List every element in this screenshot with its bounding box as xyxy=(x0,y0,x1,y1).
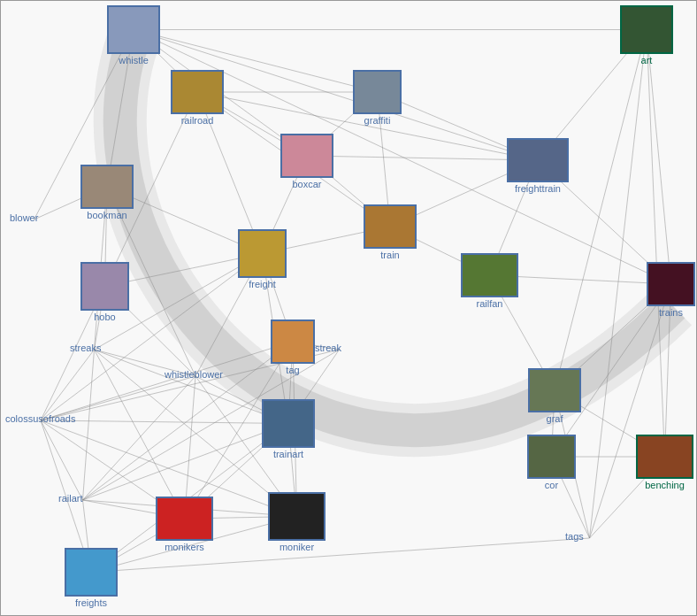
node-image-cor xyxy=(527,435,576,479)
node-label-tag: tag xyxy=(286,365,299,375)
node-label-blower: blower xyxy=(10,212,38,223)
svg-line-61 xyxy=(83,350,95,500)
svg-line-9 xyxy=(647,30,671,285)
node-label-railart: railart xyxy=(58,493,83,504)
node-label-monikers: monikers xyxy=(165,542,204,552)
node-graffiti[interactable]: graffiti xyxy=(353,70,402,126)
node-image-railfan xyxy=(461,253,518,297)
node-label-graffiti: graffiti xyxy=(364,115,391,126)
node-train[interactable]: train xyxy=(364,204,417,260)
node-freights[interactable]: freights xyxy=(65,548,118,608)
node-monikers[interactable]: monikers xyxy=(156,497,213,552)
node-image-graf xyxy=(528,368,581,412)
node-tag[interactable]: tag xyxy=(271,320,315,375)
node-label-art: art xyxy=(641,55,653,65)
node-streaks[interactable]: streaks xyxy=(70,342,101,353)
node-benching[interactable]: benching xyxy=(636,435,693,490)
node-label-trainart: trainart xyxy=(273,449,303,459)
node-label-boxcar: boxcar xyxy=(292,179,321,189)
node-image-trainart xyxy=(262,399,315,448)
svg-line-20 xyxy=(307,156,538,160)
node-image-hobo xyxy=(80,262,129,311)
node-label-whistle: whistle xyxy=(119,55,149,65)
node-whistleblower[interactable]: whistleblower xyxy=(165,368,223,380)
svg-line-80 xyxy=(83,424,289,501)
node-art[interactable]: art xyxy=(620,5,673,65)
svg-line-60 xyxy=(41,350,95,420)
node-label-railfan: railfan xyxy=(477,298,503,309)
node-hobo[interactable]: hobo xyxy=(80,262,129,322)
node-label-tags: tags xyxy=(565,531,584,542)
node-label-graf: graf xyxy=(547,413,563,424)
node-label-hobo: hobo xyxy=(94,312,115,322)
node-railroad[interactable]: railroad xyxy=(171,70,224,126)
node-freight[interactable]: freight xyxy=(238,229,287,289)
node-label-whistleblower: whistleblower xyxy=(165,369,223,380)
node-label-freights: freights xyxy=(75,597,107,608)
node-image-freights xyxy=(65,548,118,597)
node-image-art xyxy=(620,5,673,54)
node-streak[interactable]: streak xyxy=(315,342,341,353)
node-label-freight: freight xyxy=(249,279,276,289)
node-freighttrain[interactable]: freighttrain xyxy=(507,138,569,194)
node-moniker[interactable]: moniker xyxy=(268,492,326,552)
node-label-bookman: bookman xyxy=(87,210,126,220)
node-graf[interactable]: graf xyxy=(528,368,581,424)
node-colossusofroads[interactable]: colossusofroads xyxy=(5,412,76,424)
node-bookman[interactable]: bookman xyxy=(80,165,134,220)
node-label-cor: cor xyxy=(545,480,558,490)
node-label-streaks: streaks xyxy=(70,343,101,353)
svg-line-40 xyxy=(41,254,263,421)
graph-container: whistleartrailroadgraffitiboxcarfreightt… xyxy=(0,0,697,616)
node-image-train xyxy=(364,204,417,249)
node-image-freight xyxy=(238,229,287,278)
node-label-colossusofroads: colossusofroads xyxy=(5,413,76,424)
node-trains[interactable]: trains xyxy=(647,262,695,318)
node-label-train: train xyxy=(380,250,399,260)
svg-line-64 xyxy=(95,350,289,424)
node-label-streak: streak xyxy=(315,343,341,353)
svg-line-73 xyxy=(41,420,83,500)
node-image-railroad xyxy=(171,70,224,114)
node-blower[interactable]: blower xyxy=(10,212,38,223)
svg-line-77 xyxy=(41,420,288,424)
node-image-bookman xyxy=(80,165,134,209)
node-image-trains xyxy=(647,262,695,306)
node-label-trains: trains xyxy=(659,307,683,318)
svg-line-47 xyxy=(590,284,671,538)
svg-line-12 xyxy=(555,30,647,391)
svg-line-10 xyxy=(647,30,665,458)
node-cor[interactable]: cor xyxy=(527,435,576,490)
node-image-monikers xyxy=(156,497,213,541)
svg-line-52 xyxy=(41,342,293,420)
node-whistle[interactable]: whistle xyxy=(107,5,160,65)
node-label-moniker: moniker xyxy=(280,542,314,552)
node-label-freighttrain: freighttrain xyxy=(515,183,561,194)
node-image-freighttrain xyxy=(507,138,569,182)
node-image-tag xyxy=(271,320,315,364)
node-boxcar[interactable]: boxcar xyxy=(280,134,333,189)
node-railfan[interactable]: railfan xyxy=(461,253,518,309)
node-tags[interactable]: tags xyxy=(565,530,584,542)
node-railart[interactable]: railart xyxy=(58,492,83,504)
node-image-whistle xyxy=(107,5,160,54)
node-image-boxcar xyxy=(280,134,333,178)
node-trainart[interactable]: trainart xyxy=(262,399,315,459)
node-label-railroad: railroad xyxy=(181,115,214,126)
node-image-graffiti xyxy=(353,70,402,114)
node-label-benching: benching xyxy=(645,480,685,490)
node-image-benching xyxy=(636,435,693,479)
svg-line-67 xyxy=(83,376,196,500)
node-image-moniker xyxy=(268,492,326,541)
